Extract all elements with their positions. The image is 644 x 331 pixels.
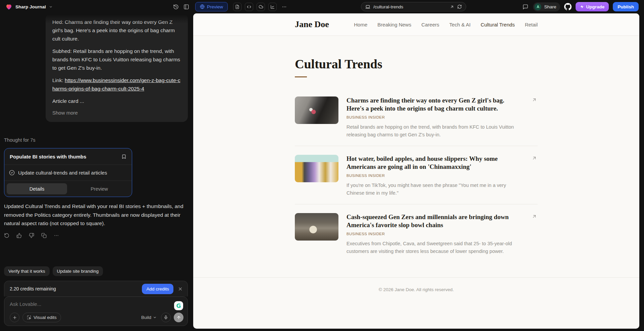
- history-icon[interactable]: [172, 3, 179, 10]
- attach-plus-button[interactable]: [10, 313, 19, 322]
- chevron-down-icon: [49, 5, 53, 9]
- tab-details[interactable]: Details: [7, 183, 67, 194]
- title-accent-rule: [295, 76, 307, 77]
- user-message-paragraph: Subhed: Retail brands are hopping on the…: [52, 47, 181, 72]
- link-label: Link:: [52, 77, 63, 83]
- external-link-icon[interactable]: [532, 97, 537, 103]
- article-row[interactable]: Hot water, boiled apples, and house slip…: [295, 155, 538, 197]
- suggestion-chip[interactable]: Update site branding: [53, 266, 103, 276]
- add-credits-button[interactable]: Add credits: [142, 284, 173, 294]
- close-icon[interactable]: [178, 286, 183, 291]
- assistant-message: Updated Cultural Trends and Retail with …: [4, 202, 188, 228]
- tab-preview[interactable]: Preview: [69, 183, 129, 194]
- external-link-icon[interactable]: [532, 214, 537, 219]
- task-card-header: Populate BI stories with thumbs: [4, 148, 132, 164]
- preview-button-label: Preview: [207, 4, 223, 9]
- site-preview: Jane Doe Home Breaking News Careers Tech…: [193, 13, 639, 329]
- upgrade-button[interactable]: Upgrade: [576, 2, 609, 11]
- analytics-icon[interactable]: [268, 3, 277, 11]
- send-button[interactable]: [174, 313, 183, 322]
- site-header: Jane Doe Home Breaking News Careers Tech…: [193, 13, 639, 36]
- article-row[interactable]: Cash-squeezed Gen Zers and millennials a…: [295, 213, 538, 255]
- page-title: Cultural Trends: [295, 57, 538, 71]
- more-actions-icon[interactable]: [54, 233, 59, 238]
- microphone-button[interactable]: [161, 313, 171, 322]
- visual-edits-label: Visual edits: [34, 315, 57, 320]
- article-body: Charms are finding their way onto every …: [346, 96, 538, 138]
- refresh-icon[interactable]: [457, 4, 462, 9]
- user-message-paragraph: Hed: Charms are finding their way onto e…: [52, 18, 181, 43]
- nav-careers[interactable]: Careers: [421, 22, 439, 27]
- article-link[interactable]: https://www.businessinsider.com/gen-z-ba…: [52, 77, 180, 91]
- copy-icon[interactable]: [41, 233, 47, 238]
- panel-toggle-icon[interactable]: [183, 3, 190, 10]
- article-source: BUSINESS INSIDER: [346, 115, 522, 119]
- publish-button[interactable]: Publish: [613, 2, 639, 11]
- task-step[interactable]: Update cultural-trends and retail articl…: [4, 164, 132, 181]
- bookmark-icon[interactable]: [121, 154, 126, 159]
- show-more-button[interactable]: Show more: [52, 109, 181, 117]
- thumbs-up-icon[interactable]: [16, 233, 22, 238]
- open-external-icon[interactable]: [450, 5, 454, 9]
- url-bar[interactable]: /cultural-trends: [361, 2, 466, 11]
- avatar: A: [534, 3, 541, 10]
- composer-toolbar: Visual edits Build: [10, 313, 183, 322]
- article-row[interactable]: Charms are finding their way onto every …: [295, 96, 538, 138]
- article-title[interactable]: Cash-squeezed Gen Zers and millennials a…: [346, 213, 522, 229]
- article-source: BUSINESS INSIDER: [346, 174, 522, 178]
- site-logo[interactable]: Jane Doe: [295, 19, 329, 29]
- thought-duration[interactable]: Thought for 7s: [4, 137, 188, 143]
- chevron-down-icon: [153, 316, 157, 319]
- article-divider: [295, 204, 538, 204]
- top-bar: Sharp Journal Preview: [0, 0, 644, 13]
- page-content: Cultural Trends Charms are finding their…: [289, 57, 544, 255]
- message-actions: [4, 233, 188, 238]
- thumbs-down-icon[interactable]: [29, 233, 34, 238]
- project-menu[interactable]: Sharp Journal: [5, 0, 53, 13]
- visual-edits-button[interactable]: Visual edits: [22, 313, 61, 322]
- toolbar: Preview: [172, 0, 288, 13]
- article-body: Hot water, boiled apples, and house slip…: [346, 155, 538, 197]
- nav-breaking-news[interactable]: Breaking News: [377, 22, 411, 27]
- article-thumbnail: [295, 213, 338, 241]
- task-card-tabs: Details Preview: [4, 181, 132, 197]
- feedback-bubble-icon[interactable]: [522, 3, 529, 10]
- task-card: Populate BI stories with thumbs Update c…: [4, 148, 132, 197]
- external-link-icon[interactable]: [532, 155, 537, 161]
- code-icon[interactable]: [245, 3, 253, 11]
- nav-home[interactable]: Home: [354, 22, 367, 27]
- article-description: Retail brands are hopping on the trend, …: [346, 123, 522, 138]
- suggestion-chip[interactable]: Verify that it works: [4, 266, 50, 276]
- site-nav: Home Breaking News Careers Tech & AI Cul…: [354, 22, 538, 27]
- github-icon[interactable]: [564, 3, 572, 10]
- user-message-paragraph: Article card ...: [52, 97, 181, 105]
- preview-button[interactable]: Preview: [195, 2, 228, 11]
- mode-selector[interactable]: Build: [141, 315, 157, 320]
- lightning-icon: [580, 5, 584, 9]
- share-button[interactable]: A Share: [533, 2, 560, 11]
- credits-remaining: 2.20 credits remaining: [10, 286, 142, 291]
- article-description: Executives from Chipotle, Cava, and Swee…: [346, 240, 522, 255]
- task-title: Populate BI stories with thumbs: [10, 154, 86, 159]
- article-title[interactable]: Charms are finding their way onto every …: [346, 96, 522, 113]
- mode-label: Build: [141, 315, 151, 320]
- site-footer: © 2026 Jane Doe. All rights reserved.: [193, 277, 639, 292]
- laptop-icon: [365, 4, 370, 9]
- more-options-icon[interactable]: [280, 3, 288, 11]
- task-step-label: Update cultural-trends and retail articl…: [18, 170, 107, 176]
- article-title[interactable]: Hot water, boiled apples, and house slip…: [346, 155, 522, 171]
- chat-input[interactable]: [10, 301, 152, 309]
- nav-retail[interactable]: Retail: [525, 22, 538, 27]
- file-icon[interactable]: [233, 3, 241, 11]
- article-thumbnail: [295, 96, 338, 124]
- nav-cultural-trends[interactable]: Cultural Trends: [481, 22, 515, 27]
- nav-tech-ai[interactable]: Tech & AI: [449, 22, 471, 27]
- grammarly-icon[interactable]: G: [174, 301, 183, 310]
- cloud-icon[interactable]: [257, 3, 265, 11]
- restore-icon[interactable]: [4, 233, 9, 238]
- article-description: If you're on TikTok, you might have seen…: [346, 182, 522, 197]
- check-circle-icon: [9, 170, 15, 176]
- project-name: Sharp Journal: [15, 4, 46, 9]
- lovable-logo-icon: [5, 3, 12, 10]
- url-path[interactable]: /cultural-trends: [373, 4, 447, 9]
